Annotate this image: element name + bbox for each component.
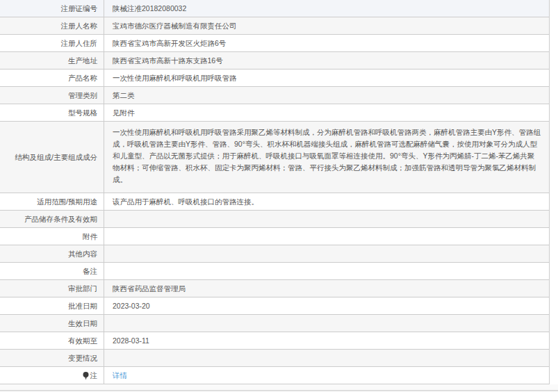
row-label: 管理类别 — [68, 90, 97, 100]
row-value: 2023-03-20 — [104, 297, 549, 314]
table-row: 适用范围/预期用途 该产品用于麻醉机、呼吸机接口的管路连接。 — [0, 193, 549, 211]
table-row: 变更情况 — [0, 350, 549, 367]
row-label-cell: 备注 — [0, 263, 104, 279]
table-row: 管理类别 第二类 — [0, 87, 549, 104]
registration-table: 注册证编号 陕械注准20182080032 注册人名称 宝鸡市德尔医疗器械制造有… — [0, 0, 550, 384]
pin-icon — [83, 372, 89, 380]
row-value — [104, 211, 549, 227]
bottom-divider — [0, 384, 558, 391]
table-row: 其他内容 — [0, 245, 549, 263]
row-label: 附件 — [83, 231, 97, 241]
row-label: 备注 — [83, 266, 97, 276]
row-label: 生效日期 — [68, 318, 97, 328]
table-row: 注册证编号 陕械注准20182080032 — [0, 0, 549, 17]
table-row: 生效日期 — [0, 315, 549, 332]
row-label-cell: 注册证编号 — [0, 0, 104, 17]
table-row: 附件 — [0, 228, 549, 245]
row-value: 宝鸡市德尔医疗器械制造有限责任公司 — [104, 17, 549, 34]
row-label-cell: 结构及组成/主要组成成分 — [0, 122, 104, 193]
table-row: 生产地址 陕西省宝鸡市高新十路东支路16号 — [0, 52, 549, 70]
row-value — [104, 228, 549, 245]
row-label: 有效期至 — [68, 336, 97, 345]
row-label-cell: 其他内容 — [0, 245, 104, 262]
row-value — [104, 245, 549, 262]
row-value: 一次性使用麻醉机和呼吸机用呼吸管路采用聚乙烯等材料制成，分为麻醉机管路和呼吸机管… — [104, 122, 549, 193]
row-label-cell: 有效期至 — [0, 332, 104, 349]
table-row: 结构及组成/主要组成成分 一次性使用麻醉机和呼吸机用呼吸管路采用聚乙烯等材料制成… — [0, 122, 549, 193]
table-row: 审批部门 陕西省药品监督管理局 — [0, 280, 549, 297]
row-value: 2028-03-11 — [104, 332, 549, 349]
table-row: 注册人名称 宝鸡市德尔医疗器械制造有限责任公司 — [0, 17, 549, 35]
row-label-cell: 附件 — [0, 228, 104, 245]
row-label: 注册证编号 — [61, 3, 98, 13]
row-value — [104, 350, 549, 366]
row-label: 适用范围/预期用途 — [37, 197, 97, 206]
row-label-cell: 管理类别 — [0, 87, 104, 104]
table-row: 产品储存条件及有效期 — [0, 211, 549, 228]
row-value — [104, 263, 549, 279]
table-row: 产品名称 一次性使用麻醉机和呼吸机用呼吸管路 — [0, 70, 549, 87]
row-label: 变更情况 — [68, 353, 97, 363]
row-label: 其他内容 — [68, 249, 97, 259]
row-value: 陕西省药品监督管理局 — [104, 280, 549, 297]
table-row: 备注 — [0, 263, 549, 280]
row-label-cell: 变更情况 — [0, 350, 104, 366]
row-label-cell: 产品名称 — [0, 70, 104, 86]
row-value: 一次性使用麻醉机和呼吸机用呼吸管路 — [104, 70, 549, 86]
row-label-cell: 产品储存条件及有效期 — [0, 211, 104, 227]
table-row: 批准日期 2023-03-20 — [0, 297, 549, 315]
table-row: 有效期至 2028-03-11 — [0, 332, 549, 350]
row-label-cell: 适用范围/预期用途 — [0, 193, 104, 210]
row-label: 注册人住所 — [61, 38, 98, 48]
row-label: 注册人名称 — [61, 21, 98, 31]
row-label: 结构及组成/主要组成成分 — [15, 152, 97, 162]
row-label: 生产地址 — [68, 56, 97, 65]
row-value: 陕西省宝鸡市高新十路东支路16号 — [104, 52, 549, 69]
row-value: 陕西省宝鸡市高新开发区火炬路6号 — [104, 35, 549, 51]
row-label-cell: 型号规格 — [0, 104, 104, 121]
row-label: 注 — [90, 370, 98, 380]
row-value: 第二类 — [104, 87, 549, 104]
row-label-cell: 生产地址 — [0, 52, 104, 69]
table-row: 型号规格 见附件 — [0, 104, 549, 122]
table-row: 注册人住所 陕西省宝鸡市高新开发区火炬路6号 — [0, 35, 549, 52]
row-label-cell: 批准日期 — [0, 297, 104, 314]
row-value: 见附件 — [104, 104, 549, 121]
row-value — [104, 315, 549, 332]
row-label: 审批部门 — [68, 284, 97, 293]
row-label-cell: 注 — [0, 367, 104, 384]
table-row: 注 详情 — [0, 367, 549, 384]
row-label: 批准日期 — [68, 301, 97, 311]
detail-link[interactable]: 详情 — [113, 370, 127, 382]
row-label: 产品储存条件及有效期 — [24, 214, 97, 224]
row-label-cell: 注册人住所 — [0, 35, 104, 51]
row-value: 该产品用于麻醉机、呼吸机接口的管路连接。 — [104, 193, 549, 210]
row-value: 陕械注准20182080032 — [104, 0, 549, 17]
row-value: 详情 — [104, 367, 549, 384]
row-label-cell: 注册人名称 — [0, 17, 104, 34]
row-label: 产品名称 — [68, 73, 97, 83]
row-label: 型号规格 — [68, 108, 97, 117]
row-label-cell: 审批部门 — [0, 280, 104, 297]
row-label-cell: 生效日期 — [0, 315, 104, 332]
